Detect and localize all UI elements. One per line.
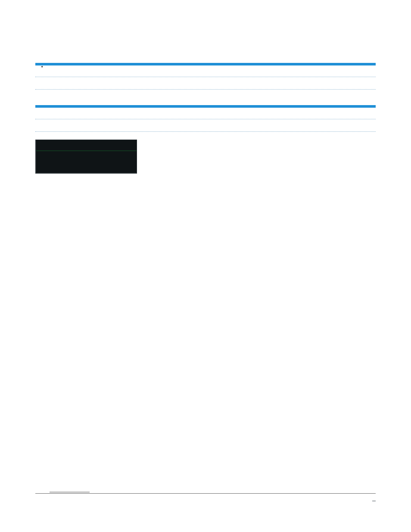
page-number	[372, 501, 376, 501]
footer-rule	[35, 493, 376, 494]
footer-accent	[50, 492, 90, 493]
section-heading-932	[35, 119, 376, 132]
switcher-figure	[35, 140, 137, 174]
section-heading-931	[35, 77, 376, 90]
switcher-tabs	[36, 173, 137, 173]
page-content	[35, 55, 376, 195]
